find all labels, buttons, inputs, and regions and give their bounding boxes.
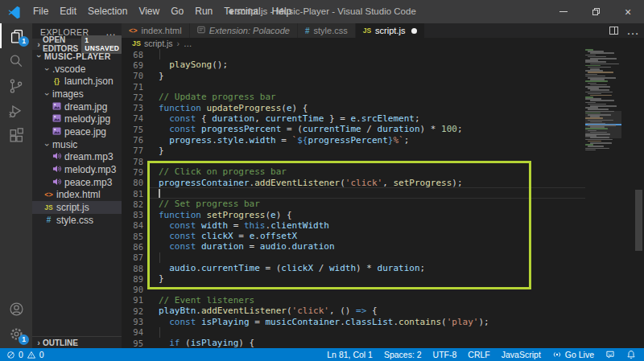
tree-item-label: script.js xyxy=(56,202,89,213)
problems-warnings[interactable]: 0 xyxy=(27,350,44,359)
tree-item-style-css[interactable]: #style.css xyxy=(32,214,122,227)
tab-extension-polacode[interactable]: Extension: Polacode xyxy=(190,23,298,38)
css-icon: # xyxy=(305,27,310,35)
code-line-95[interactable]: 95 if (isPlaying) { xyxy=(122,338,644,348)
code-line-74[interactable]: 74 const { duration, currentTime } = e.s… xyxy=(122,113,644,124)
activity-extensions[interactable] xyxy=(0,123,32,148)
tree-item-music-player[interactable]: ›MUSIC-PLAYER xyxy=(32,50,122,63)
code-text: const width = this.clientWidth xyxy=(143,220,329,231)
chevron-right-icon: › xyxy=(35,338,43,347)
code-line-92[interactable]: 92playBtn.addEventListener('click', () =… xyxy=(122,306,644,316)
tree-item-melody-mp3[interactable]: melody.mp3 xyxy=(32,163,122,176)
editor-scrollbar[interactable] xyxy=(634,49,644,348)
activity-run-debug[interactable] xyxy=(0,98,32,123)
notifications-button[interactable] xyxy=(626,350,636,359)
code-line-89[interactable]: 89} xyxy=(122,273,644,284)
bell-icon xyxy=(626,350,636,359)
status-encoding[interactable]: UTF-8 xyxy=(433,350,457,359)
tree-item-script-js[interactable]: JSscript.js xyxy=(32,201,122,214)
code-line-83[interactable]: 83function setProgress(e) { xyxy=(122,209,644,219)
tree-item-peace-mp3[interactable]: peace.mp3 xyxy=(32,176,122,189)
tree-item-label: dream.mp3 xyxy=(64,151,114,162)
code-line-70[interactable]: 70} xyxy=(122,71,644,81)
code-line-75[interactable]: 75 const progressPercent = (currentTime … xyxy=(122,124,644,134)
restore-button[interactable] xyxy=(580,0,612,23)
status-cursor-position[interactable]: Ln 81, Col 1 xyxy=(327,350,373,359)
tree-item-dream-mp3[interactable]: dream.mp3 xyxy=(32,151,122,164)
code-line-78[interactable]: 78 xyxy=(122,156,644,166)
activity-badge: 1 xyxy=(19,334,29,345)
code-line-68[interactable]: 68 xyxy=(122,49,644,59)
open-editors-section[interactable]: › OPEN EDITORS 1 UNSAVED xyxy=(32,39,122,50)
scrollbar-thumb[interactable] xyxy=(635,190,642,251)
go-live-button[interactable]: Go Live xyxy=(552,350,594,359)
feedback-button[interactable] xyxy=(605,350,615,359)
outline-section[interactable]: › OUTLINE xyxy=(32,336,122,348)
modified-dot-icon[interactable] xyxy=(411,28,417,34)
tree-item-music[interactable]: ›music xyxy=(32,138,122,151)
tab-script-js[interactable]: JSscript.js xyxy=(356,23,426,38)
code-line-85[interactable]: 85 const clickX = e.offsetX xyxy=(122,231,644,241)
tree-item-index-html[interactable]: <>index.html xyxy=(32,189,122,202)
window-title: ● script.js - Music-Player - Visual Stud… xyxy=(228,0,416,23)
activity-explorer[interactable]: 1 xyxy=(0,23,32,48)
code-line-81[interactable]: 81 xyxy=(122,188,644,199)
breadcrumb-more[interactable]: … xyxy=(184,39,192,48)
editor-group: <>index.htmlExtension: Polacode#style.cs… xyxy=(122,23,644,348)
source-control-icon xyxy=(7,77,25,95)
code-editor[interactable]: 6869 playSong();70}7172// Update progres… xyxy=(122,49,644,348)
menu-edit[interactable]: Edit xyxy=(54,0,82,23)
code-line-84[interactable]: 84 const width = this.clientWidth xyxy=(122,220,644,231)
menu-view[interactable]: View xyxy=(133,0,165,23)
indent-guide xyxy=(159,252,160,263)
code-line-88[interactable]: 88 audio.currentTime = (clickX / width) … xyxy=(122,263,644,273)
status-indentation[interactable]: Spaces: 2 xyxy=(384,350,422,359)
tree-item--vscode[interactable]: ›.vscode xyxy=(32,63,122,76)
split-editor-icon[interactable] xyxy=(609,27,618,35)
activity-search[interactable] xyxy=(0,48,32,73)
code-line-82[interactable]: 82// Set progress bar xyxy=(122,199,644,209)
menu-file[interactable]: File xyxy=(27,0,54,23)
line-number: 84 xyxy=(122,220,143,230)
code-line-93[interactable]: 93 const isPlaying = musicContainer.clas… xyxy=(122,316,644,326)
breadcrumb[interactable]: JS script.js › … xyxy=(122,38,644,49)
activity-source-control[interactable] xyxy=(0,73,32,98)
close-button[interactable]: × xyxy=(612,0,644,23)
code-line-79[interactable]: 79// Click on progress bar xyxy=(122,166,644,177)
code-line-72[interactable]: 72// Update progress bar xyxy=(122,92,644,102)
code-line-77[interactable]: 77} xyxy=(122,146,644,156)
activity-settings-gear[interactable]: 1 xyxy=(0,322,32,347)
line-number: 93 xyxy=(122,317,143,326)
code-line-90[interactable]: 90 xyxy=(122,285,644,295)
minimize-button[interactable] xyxy=(547,0,580,23)
code-line-73[interactable]: 73function updateProgress(e) { xyxy=(122,102,644,113)
tab-index-html[interactable]: <>index.html xyxy=(122,23,190,38)
code-line-91[interactable]: 91// Event listeners xyxy=(122,295,644,306)
explorer-actions-icon[interactable]: … xyxy=(105,29,117,35)
code-line-76[interactable]: 76 progress.style.width = `${progressPer… xyxy=(122,134,644,145)
code-line-86[interactable]: 86 const duration = audio.duration xyxy=(122,241,644,252)
tree-item-launch-json[interactable]: {}launch.json xyxy=(32,75,122,88)
code-line-94[interactable]: 94 xyxy=(122,327,644,338)
html-icon: <> xyxy=(43,191,54,199)
menu-selection[interactable]: Selection xyxy=(82,0,133,23)
code-line-80[interactable]: 80progressContainer.addEventListener('cl… xyxy=(122,178,644,188)
tree-item-images[interactable]: ›images xyxy=(32,88,122,101)
code-line-71[interactable]: 71 xyxy=(122,81,644,92)
tree-item-melody-jpg[interactable]: melody.jpg xyxy=(32,113,122,125)
status-eol[interactable]: CRLF xyxy=(468,350,489,359)
problems-errors[interactable]: 0 xyxy=(6,350,23,359)
code-text: } xyxy=(143,273,164,284)
minimap[interactable] xyxy=(585,49,621,348)
status-language-mode[interactable]: JavaScript xyxy=(502,350,541,359)
tree-item-peace-jpg[interactable]: peace.jpg xyxy=(32,125,122,138)
js-icon: JS xyxy=(132,39,141,47)
code-line-87[interactable]: 87 xyxy=(122,252,644,263)
code-line-69[interactable]: 69 playSong(); xyxy=(122,59,644,70)
tab-style-css[interactable]: #style.css xyxy=(298,23,356,38)
menu-run[interactable]: Run xyxy=(189,0,218,23)
editor-actions-ellipsis-icon[interactable]: … xyxy=(626,23,639,38)
activity-account[interactable] xyxy=(0,297,32,322)
menu-go[interactable]: Go xyxy=(165,0,189,23)
tree-item-dream-jpg[interactable]: dream.jpg xyxy=(32,101,122,113)
